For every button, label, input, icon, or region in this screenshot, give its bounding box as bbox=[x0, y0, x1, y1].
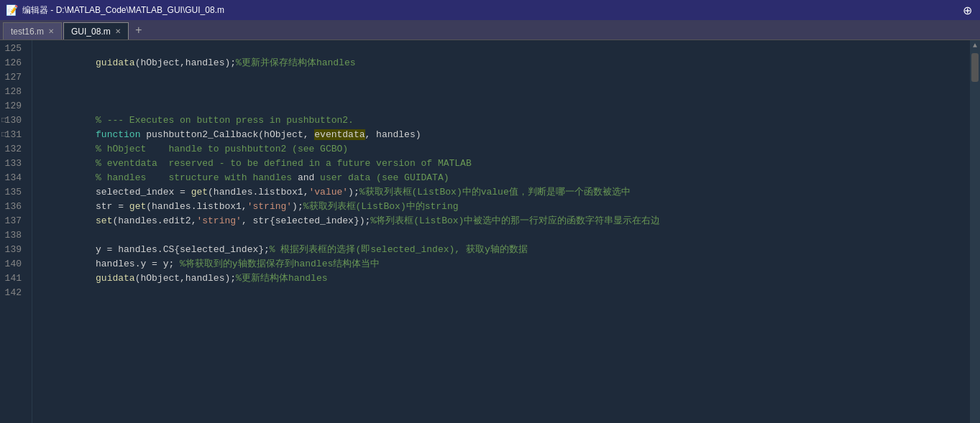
line-num-141: 141 bbox=[0, 271, 26, 286]
add-tab-button[interactable]: + bbox=[130, 22, 147, 39]
line-numbers: 125 126 127 128 129 130 131 132 133 134 … bbox=[0, 40, 32, 423]
code-area[interactable]: guidata(hObject,handles);%更新并保存结构体handle… bbox=[32, 40, 970, 423]
tab-gui08-label: GUI_08.m bbox=[71, 27, 111, 37]
scrollbar-thumb[interactable] bbox=[971, 53, 979, 82]
editor-container: 125 126 127 128 129 130 131 132 133 134 … bbox=[0, 40, 980, 423]
code-line-127 bbox=[40, 70, 970, 85]
line-num-127: 127 bbox=[0, 70, 26, 85]
line-num-125: 125 bbox=[0, 42, 26, 56]
code-line-142 bbox=[40, 286, 970, 300]
tab-bar: test16.m ✕ GUI_08.m ✕ + bbox=[0, 20, 980, 40]
line-num-133: 133 bbox=[0, 157, 26, 171]
line-num-142: 142 bbox=[0, 286, 26, 300]
tab-gui08[interactable]: GUI_08.m ✕ bbox=[63, 22, 129, 39]
line-num-132: 132 bbox=[0, 142, 26, 157]
line-num-134: 134 bbox=[0, 171, 26, 185]
maximize-button[interactable]: ⊕ bbox=[960, 3, 974, 17]
line-num-137: 137 bbox=[0, 214, 26, 228]
tab-gui08-close[interactable]: ✕ bbox=[115, 27, 121, 35]
tab-test16-close[interactable]: ✕ bbox=[48, 27, 54, 35]
line-num-140: 140 bbox=[0, 257, 26, 271]
line-num-128: 128 bbox=[0, 85, 26, 99]
line-num-126: 126 bbox=[0, 56, 26, 70]
line-num-138: 138 bbox=[0, 228, 26, 243]
code-line-138: y = handles.CS{selected_index};% 根据列表框的选… bbox=[40, 228, 970, 243]
scroll-up-arrow[interactable]: ▲ bbox=[970, 40, 980, 50]
scrollbar-right[interactable]: ▲ bbox=[970, 40, 980, 423]
title-bar: 📝 编辑器 - D:\MATLAB_Code\MATLAB_GUI\GUI_08… bbox=[0, 0, 980, 20]
line-num-131: 131 bbox=[0, 128, 26, 142]
line-num-129: 129 bbox=[0, 99, 26, 113]
line-num-130: 130 bbox=[0, 113, 26, 128]
line-num-139: 139 bbox=[0, 243, 26, 257]
tab-test16[interactable]: test16.m ✕ bbox=[3, 22, 62, 39]
code-line-128 bbox=[40, 85, 970, 99]
editor-icon: 📝 bbox=[6, 4, 18, 16]
title-text: 编辑器 - D:\MATLAB_Code\MATLAB_GUI\GUI_08.m bbox=[22, 4, 224, 17]
line-num-135: 135 bbox=[0, 185, 26, 200]
tab-test16-label: test16.m bbox=[11, 27, 44, 37]
code-line-129: % --- Executes on button press in pushbu… bbox=[40, 99, 970, 113]
code-line-125: guidata(hObject,handles);%更新并保存结构体handle… bbox=[40, 42, 970, 56]
line-num-136: 136 bbox=[0, 200, 26, 214]
